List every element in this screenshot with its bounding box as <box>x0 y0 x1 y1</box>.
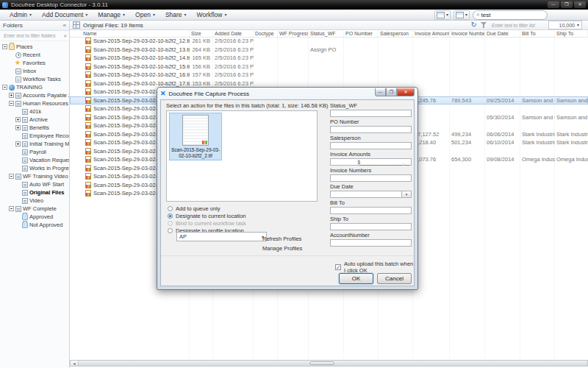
page-size-select[interactable]: 10,000 ▾ <box>548 21 582 29</box>
cancel-button[interactable]: Cancel <box>377 273 412 284</box>
field-input-accountnumber[interactable] <box>330 239 412 247</box>
table-row[interactable]: Scan-2015-Sep-29-03-02-10-b2f2_16.tif157… <box>70 71 588 79</box>
menu-item-workflow[interactable]: Workflow▾ <box>192 10 232 20</box>
tree-item-training[interactable]: TRAINING <box>0 83 69 91</box>
field-input-po-number[interactable] <box>330 126 412 133</box>
menu-item-share[interactable]: Share▾ <box>160 10 192 20</box>
column-header-size[interactable]: Size <box>190 30 213 37</box>
search-input[interactable] <box>481 12 532 18</box>
radio-add-to-queue-only[interactable]: Add to queue only <box>168 205 246 212</box>
cell-invoice_amount: 37,127.52 <box>413 130 450 139</box>
table-row[interactable]: Scan-2015-Sep-29-03-02-10-b2f2_14.tif165… <box>70 54 588 63</box>
column-header-wf_progress[interactable]: WF Progress <box>278 30 309 37</box>
tree-item-401k[interactable]: 401k <box>0 107 69 116</box>
tree-item-label: WF Complete <box>23 205 57 212</box>
layout-toggle-button[interactable]: ▾ <box>453 10 470 20</box>
field-input-invoice-amounts[interactable]: $________________.__ <box>330 158 412 166</box>
column-header-doctype[interactable]: Doctype <box>254 30 278 37</box>
minimize-button[interactable]: — <box>548 1 559 8</box>
manage-profiles-link[interactable]: Manage Profiles <box>262 245 314 252</box>
column-header-name[interactable]: Name <box>70 30 190 37</box>
tree-item-inbox[interactable]: Inbox <box>0 67 69 75</box>
tree-item-payroll[interactable]: Payroll <box>0 148 69 156</box>
field-input-bill-to[interactable] <box>330 207 412 214</box>
field-input-due-date[interactable]: ▾ <box>330 191 412 198</box>
tree-item-original-files[interactable]: Original Files <box>0 188 69 197</box>
column-header-due_date[interactable]: Due Date <box>485 30 520 37</box>
dialog-maximize-button[interactable]: ❐ <box>386 88 397 96</box>
tree-item-employee-records[interactable]: Employee Records <box>0 132 69 140</box>
dialog-minimize-button[interactable]: — <box>375 88 386 96</box>
column-header-po_number[interactable]: PO Number <box>344 30 379 37</box>
refresh-icon[interactable]: ↻ <box>471 21 477 29</box>
tree-item-archive[interactable]: Archive <box>0 116 69 124</box>
tree-item-workflow-tasks[interactable]: Workflow Tasks <box>0 75 69 83</box>
expander-plus-icon[interactable] <box>15 117 21 122</box>
tree-item-wf-training-video[interactable]: WF Training Video <box>0 172 69 180</box>
tree-item-not-approved[interactable]: Not Approved <box>0 221 69 229</box>
menu-item-manage[interactable]: Manage▾ <box>93 10 130 20</box>
table-row[interactable]: Scan-2015-Sep-29-03-02-10-b2f2_12.tif261… <box>70 37 588 46</box>
collapse-panel-icon[interactable]: « <box>63 23 66 29</box>
expander-plus-icon[interactable] <box>15 125 21 130</box>
tree-item-recent[interactable]: Recent <box>0 51 69 59</box>
radio-designate-to-current-location[interactable]: Designate to current location <box>168 212 246 219</box>
tree-item-human-resources[interactable]: Human Resources <box>0 99 69 107</box>
expander-minus-icon[interactable] <box>9 174 14 179</box>
profile-value: AP <box>179 233 187 240</box>
expander-spacer <box>15 190 21 195</box>
auto-upload-checkbox[interactable]: ✓ <box>335 264 341 270</box>
field-input-salesperson[interactable] <box>330 142 412 149</box>
dialog-close-button[interactable]: ✕ <box>397 88 415 96</box>
tree-item-video[interactable]: Video <box>0 197 69 205</box>
tree-item-approved[interactable]: Approved <box>0 213 69 221</box>
expander-minus-icon[interactable] <box>2 85 7 90</box>
view-toggle-button[interactable]: ▾ <box>434 10 451 20</box>
table-row[interactable]: Scan-2015-Sep-29-03-02-10-b2f2_15.tif156… <box>70 63 588 71</box>
tree-item-favorites[interactable]: Favorites <box>0 59 69 67</box>
expander-plus-icon[interactable] <box>15 141 21 146</box>
menu-item-open[interactable]: Open▾ <box>130 10 160 20</box>
scrollbar-thumb[interactable] <box>309 361 334 365</box>
cell-size: 165 KB <box>190 54 213 63</box>
dialog-title-bar[interactable]: ✕ Docufree File Capture Process — ❐ ✕ <box>157 88 417 99</box>
expander-minus-icon[interactable] <box>9 206 14 211</box>
profile-select[interactable]: AP ▾ <box>176 232 267 241</box>
tree-item-auto-wf-start[interactable]: Auto WF Start <box>0 180 69 188</box>
calendar-dropdown-icon[interactable]: ▾ <box>401 191 411 197</box>
column-header-ship_to[interactable]: Ship To <box>555 30 588 37</box>
tree-item-accounts-payable-2[interactable]: Accounts Payable 2 <box>0 91 69 99</box>
expander-minus-icon[interactable] <box>2 44 7 49</box>
expander-spacer <box>15 133 21 138</box>
batch-file-item[interactable]: Scan-2015-Sep-29-03-02-10-b2f2_2.tif <box>169 113 222 160</box>
column-header-invoice_amount[interactable]: Invoice Amounts <box>413 30 450 37</box>
refresh-profiles-link[interactable]: Refresh Profiles <box>262 236 314 242</box>
expander-minus-icon[interactable] <box>9 101 14 106</box>
field-input-ship-to[interactable] <box>330 223 412 230</box>
tree-item-vacation-requests[interactable]: Vacation Requests <box>0 156 69 164</box>
horizontal-scrollbar[interactable]: ◂ <box>70 360 588 367</box>
tree-item-wf-complete[interactable]: WF Complete <box>0 205 69 213</box>
folder-filter-input[interactable] <box>2 32 64 39</box>
tree-item-works-in-progress[interactable]: Works in Progress <box>0 164 69 172</box>
tree-item-initial-training-materials[interactable]: Initial Training Materials <box>0 140 69 148</box>
ok-button[interactable]: OK <box>339 273 373 284</box>
column-header-bill_to[interactable]: Bill To <box>520 30 555 37</box>
tab-original-files[interactable]: Original Files: 19 Items <box>83 22 143 29</box>
menu-item-admin[interactable]: Admin▾ <box>4 10 37 20</box>
tree-item-benefits[interactable]: Benefits <box>0 124 69 132</box>
column-header-salesperson[interactable]: Salesperson <box>379 30 413 37</box>
tree-item-places[interactable]: Places <box>0 43 69 51</box>
field-input-invoice-numbers[interactable] <box>330 174 412 182</box>
close-button[interactable]: ✕ <box>574 1 586 8</box>
column-header-added[interactable]: Added Date <box>213 30 254 37</box>
scroll-left-button[interactable]: ◂ <box>71 361 79 366</box>
expander-plus-icon[interactable] <box>9 93 14 98</box>
table-row[interactable]: Scan-2015-Sep-29-03-02-10-b2f2_13.tif264… <box>70 46 588 54</box>
column-header-invoice_number[interactable]: Invoice Numbers <box>450 30 485 37</box>
field-input-status_wf[interactable] <box>330 110 412 117</box>
column-header-status_wf[interactable]: Status_WF <box>309 30 344 37</box>
list-filter-input[interactable] <box>490 22 545 29</box>
maximize-button[interactable]: ❐ <box>561 1 573 8</box>
menu-item-add-document[interactable]: Add Document▾ <box>37 10 93 20</box>
